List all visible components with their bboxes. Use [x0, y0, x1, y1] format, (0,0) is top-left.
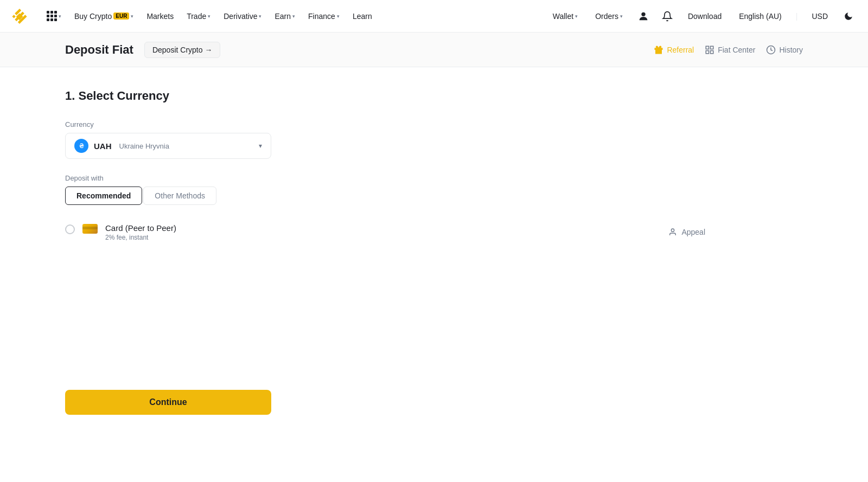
svg-rect-2: [711, 46, 713, 49]
svg-point-0: [641, 12, 645, 16]
currency-code: UAH: [94, 142, 112, 151]
deposit-with-label: Deposit with: [65, 174, 445, 182]
payment-option-card-p2p[interactable]: Card (Peer to Peer) 2% fee, instant: [65, 216, 445, 249]
main-content: Appeal 1. Select Currency Currency ₴ UAH…: [0, 67, 868, 479]
currency-label: Currency: [65, 120, 445, 128]
continue-section: Continue: [65, 390, 271, 415]
section-title: 1. Select Currency: [65, 89, 803, 103]
currency-flag-icon: ₴: [74, 139, 88, 153]
fiat-center-icon: [705, 45, 714, 55]
profile-icon[interactable]: [635, 8, 652, 25]
currency-field: Currency ₴ UAH Ukraine Hryvnia ▾: [65, 120, 445, 159]
fiat-center-link[interactable]: Fiat Center: [705, 45, 755, 55]
notification-icon[interactable]: [659, 8, 676, 25]
grid-icon: [47, 11, 57, 21]
nav-markets[interactable]: Markets: [141, 9, 179, 24]
svg-rect-3: [706, 50, 709, 53]
payment-detail: 2% fee, instant: [105, 234, 176, 241]
continue-button[interactable]: Continue: [65, 390, 271, 415]
content-wrapper: Appeal 1. Select Currency Currency ₴ UAH…: [65, 89, 803, 415]
referral-link[interactable]: Referral: [654, 45, 694, 55]
nav-links: ▾ Buy Crypto EUR ▾ Markets Trade ▾ Deriv…: [41, 8, 547, 24]
sub-header-left: Deposit Fiat Deposit Crypto →: [65, 42, 220, 58]
form-section: Currency ₴ UAH Ukraine Hryvnia ▾ Deposit…: [65, 120, 445, 415]
nav-derivative[interactable]: Derivative ▾: [218, 9, 267, 24]
radio-unselected: [65, 224, 75, 234]
currency-select[interactable]: ₴ UAH Ukraine Hryvnia ▾: [65, 133, 271, 159]
nav-currency[interactable]: USD: [806, 9, 833, 24]
payment-options: Card (Peer to Peer) 2% fee, instant: [65, 216, 445, 249]
nav-buy-crypto[interactable]: Buy Crypto EUR ▾: [69, 9, 139, 24]
nav-locale[interactable]: English (AU): [733, 9, 787, 24]
svg-rect-4: [711, 50, 713, 53]
sub-header: Deposit Fiat Deposit Crypto → Referral F…: [0, 33, 868, 67]
currency-name: Ukraine Hryvnia: [119, 142, 169, 150]
appeal-section[interactable]: Appeal: [668, 228, 705, 236]
deposit-method-tabs: Recommended Other Methods: [65, 187, 445, 205]
history-link[interactable]: History: [766, 45, 803, 55]
logo[interactable]: [11, 8, 28, 25]
svg-rect-1: [706, 46, 709, 49]
nav-grid-menu[interactable]: ▾: [41, 8, 67, 24]
nav-learn[interactable]: Learn: [347, 9, 378, 24]
tab-other-methods[interactable]: Other Methods: [143, 187, 216, 205]
sub-header-right: Referral Fiat Center History: [654, 45, 803, 55]
payment-name: Card (Peer to Peer): [105, 223, 176, 233]
deposit-with-section: Deposit with Recommended Other Methods: [65, 174, 445, 249]
nav-trade[interactable]: Trade ▾: [181, 9, 216, 24]
card-icon: [82, 224, 98, 234]
nav-earn[interactable]: Earn ▾: [269, 9, 301, 24]
theme-toggle-icon[interactable]: [840, 8, 857, 25]
page-title: Deposit Fiat: [65, 43, 133, 57]
nav-orders[interactable]: Orders ▾: [590, 9, 628, 24]
svg-point-6: [672, 229, 674, 232]
tab-recommended[interactable]: Recommended: [65, 187, 142, 205]
nav-wallet[interactable]: Wallet ▾: [547, 9, 583, 24]
chevron-down-icon: ▾: [259, 142, 262, 150]
appeal-icon: [668, 228, 677, 236]
nav-download[interactable]: Download: [682, 9, 727, 24]
history-icon: [766, 45, 776, 55]
deposit-crypto-button[interactable]: Deposit Crypto →: [144, 42, 220, 58]
nav-finance[interactable]: Finance ▾: [303, 9, 345, 24]
nav-right: Wallet ▾ Orders ▾ Download English (AU) …: [547, 8, 857, 25]
navbar: ▾ Buy Crypto EUR ▾ Markets Trade ▾ Deriv…: [0, 0, 868, 33]
gift-icon: [654, 45, 663, 55]
